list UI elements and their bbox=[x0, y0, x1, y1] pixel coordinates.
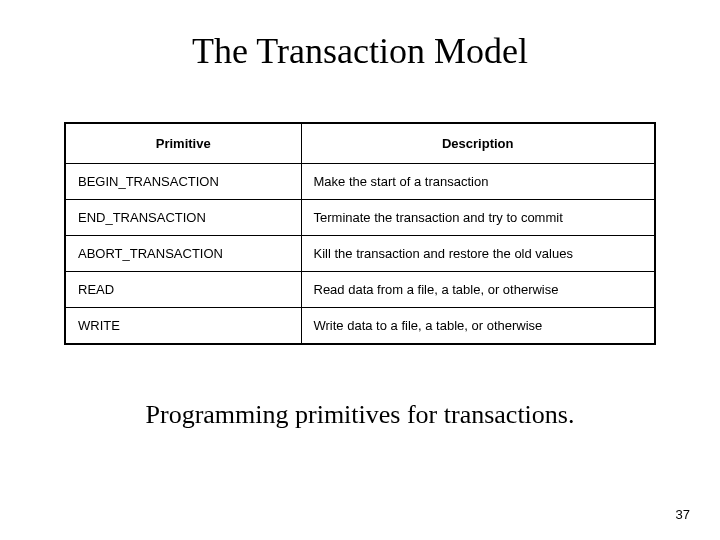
table-row: READ Read data from a file, a table, or … bbox=[65, 272, 655, 308]
cell-description: Kill the transaction and restore the old… bbox=[301, 236, 655, 272]
page-title: The Transaction Model bbox=[40, 30, 680, 72]
cell-primitive: READ bbox=[65, 272, 301, 308]
cell-description: Make the start of a transaction bbox=[301, 164, 655, 200]
table-row: WRITE Write data to a file, a table, or … bbox=[65, 308, 655, 345]
page-number: 37 bbox=[676, 507, 690, 522]
table-container: Primitive Description BEGIN_TRANSACTION … bbox=[64, 122, 656, 345]
cell-description: Read data from a file, a table, or other… bbox=[301, 272, 655, 308]
cell-description: Write data to a file, a table, or otherw… bbox=[301, 308, 655, 345]
caption-text: Programming primitives for transactions. bbox=[40, 400, 680, 430]
table-row: ABORT_TRANSACTION Kill the transaction a… bbox=[65, 236, 655, 272]
header-description: Description bbox=[301, 123, 655, 164]
header-primitive: Primitive bbox=[65, 123, 301, 164]
cell-primitive: WRITE bbox=[65, 308, 301, 345]
table-header-row: Primitive Description bbox=[65, 123, 655, 164]
table-row: END_TRANSACTION Terminate the transactio… bbox=[65, 200, 655, 236]
primitives-table: Primitive Description BEGIN_TRANSACTION … bbox=[64, 122, 656, 345]
cell-primitive: END_TRANSACTION bbox=[65, 200, 301, 236]
cell-primitive: ABORT_TRANSACTION bbox=[65, 236, 301, 272]
table-row: BEGIN_TRANSACTION Make the start of a tr… bbox=[65, 164, 655, 200]
cell-primitive: BEGIN_TRANSACTION bbox=[65, 164, 301, 200]
cell-description: Terminate the transaction and try to com… bbox=[301, 200, 655, 236]
slide: The Transaction Model Primitive Descript… bbox=[0, 0, 720, 540]
